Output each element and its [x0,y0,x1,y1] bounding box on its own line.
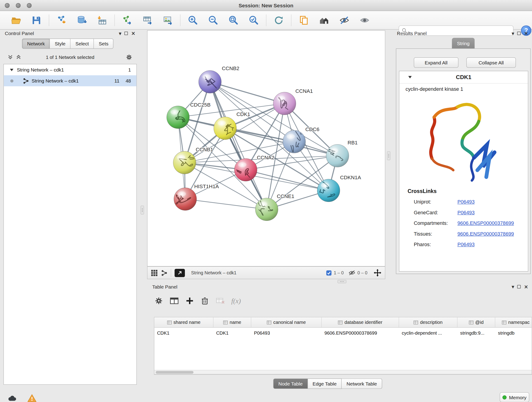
export-image-button[interactable] [160,13,176,28]
column-header-namespac[interactable]: namespac [495,317,532,327]
pan-crosshair-icon[interactable] [374,269,382,277]
tab-edge-table[interactable]: Edge Table [308,379,342,389]
share-network-icon[interactable] [161,270,167,276]
column-header-description[interactable]: description [399,317,457,327]
right-splitter-handle[interactable] [387,151,390,160]
column-header--id[interactable]: @id [457,317,495,327]
save-session-button[interactable] [29,13,44,28]
table-settings-gear-icon[interactable] [154,296,163,305]
import-network-from-file-button[interactable] [54,13,70,28]
panel-collapse-icon[interactable]: ▼ [119,32,122,35]
edge-CCNB2-CCNA1[interactable] [210,82,285,104]
tab-network[interactable]: Network [22,38,50,49]
tab-node-table[interactable]: Node Table [273,379,308,389]
panel-close-icon[interactable]: × [524,32,528,35]
memory-button[interactable]: Memory [500,392,529,402]
expand-all-button[interactable]: Expand All [414,57,458,68]
panel-collapse-icon[interactable]: ▼ [512,32,514,35]
detach-view-button[interactable] [175,269,185,277]
table-cell[interactable]: cyclin-dependent ... [399,328,457,338]
collapse-all-button[interactable]: Collapse All [467,57,516,68]
export-network-button[interactable] [119,13,135,28]
protein-section-header[interactable]: CDK1 [399,71,528,84]
column-header-database-identifier[interactable]: database identifier [322,317,399,327]
table-cell[interactable]: 9606.ENSP00000378699 [322,328,399,338]
refresh-view-button[interactable] [271,13,287,28]
node-CDKN1A[interactable] [317,179,340,202]
panel-close-icon[interactable]: × [131,32,135,35]
horizontal-scrollbar[interactable] [154,370,532,375]
open-session-button[interactable] [8,13,24,28]
column-header-name[interactable]: name [214,317,251,327]
panel-collapse-icon[interactable]: ▼ [512,285,514,289]
copy-button[interactable] [296,13,312,28]
crosslink-value[interactable]: 9606.ENSP00000378699 [457,220,514,226]
network-tree-root-row[interactable]: String Network – cdk1 1 [4,64,137,75]
node-RB1[interactable] [326,144,349,167]
disclosure-triangle-icon[interactable] [10,69,13,71]
crosslink-value[interactable]: P06493 [457,242,475,247]
tab-select[interactable]: Select [70,38,94,49]
column-header-canonical-name[interactable]: canonical name [251,317,322,327]
show-columns-icon[interactable] [170,296,179,306]
export-image-icon [163,15,173,25]
column-header-shared-name[interactable]: shared name [154,317,214,327]
close-window-icon[interactable] [5,3,10,8]
crosslink-value[interactable]: 9606.ENSP00000378699 [457,231,514,236]
gear-icon[interactable] [126,53,133,61]
disclosure-triangle-icon[interactable] [408,76,412,79]
network-canvas[interactable]: CCNB2CCNA1CDC25BCDK1CDC6RB1CCNB1CCNA2CDK… [147,30,385,267]
birds-eye-view-icon[interactable] [151,269,158,276]
export-table-button[interactable] [139,13,155,28]
warning-icon [27,394,36,402]
node-CCNE1[interactable] [255,198,278,221]
crosslink-value[interactable]: P06493 [457,199,475,204]
delete-column-trash-icon[interactable] [201,296,209,305]
node-CDK1[interactable] [214,117,236,140]
table-row[interactable]: CDK1CDK1P064939606.ENSP00000378699cyclin… [154,328,532,338]
panel-float-icon[interactable] [125,32,128,35]
hidden-eye-icon[interactable] [348,270,355,276]
import-table-from-file-button[interactable] [94,13,110,28]
selected-checkbox-icon[interactable] [326,270,332,275]
panel-float-icon[interactable] [517,285,521,288]
left-splitter-handle[interactable] [141,206,144,215]
crosslink-value[interactable]: P06493 [457,210,475,215]
table-cell[interactable]: P06493 [251,328,322,338]
node-CCNB2[interactable] [199,70,221,93]
tab-style[interactable]: Style [50,38,70,49]
bottom-splitter-handle[interactable] [337,280,346,283]
tab-sets[interactable]: Sets [94,38,114,49]
table-cell[interactable]: stringdb:9... [457,328,495,338]
zoom-selected-button[interactable] [246,13,262,28]
node-HIST1H1A[interactable] [174,188,196,211]
zoom-in-button[interactable] [185,13,201,28]
network-tree-row[interactable]: String Network – cdk1 11 48 [4,75,137,86]
edge-CCNB2-CCNE1[interactable] [210,82,267,210]
add-column-plus-icon[interactable] [185,296,194,305]
node-CDC6[interactable] [283,128,306,153]
home-button[interactable] [316,13,332,28]
node-CDC25B[interactable] [167,106,190,128]
show-all-button[interactable] [357,13,373,28]
edge-HIST1H1A-CCNE1[interactable] [185,199,267,210]
hide-selected-button[interactable] [336,13,352,28]
panel-float-icon[interactable] [517,32,521,35]
table-cell[interactable]: CDK1 [154,328,214,338]
zoom-out-button[interactable] [205,13,221,28]
table-cell[interactable]: CDK1 [214,328,251,338]
zoom-fit-button[interactable] [225,13,241,28]
tab-string[interactable]: String [452,38,475,49]
node-CCNA1[interactable] [273,92,296,115]
cloud-button[interactable] [6,393,19,402]
node-CCNB1[interactable] [173,151,196,174]
panel-close-icon[interactable]: × [524,285,528,288]
zoom-window-icon[interactable] [27,3,32,8]
import-network-from-database-button[interactable] [74,13,90,28]
node-CCNA2[interactable] [234,159,257,181]
table-cell[interactable]: stringdb [495,328,532,338]
tab-network-table[interactable]: Network Table [342,379,382,389]
scrollbar-thumb[interactable] [156,371,194,374]
warnings-button[interactable] [25,393,38,402]
minimize-window-icon[interactable] [16,3,21,8]
